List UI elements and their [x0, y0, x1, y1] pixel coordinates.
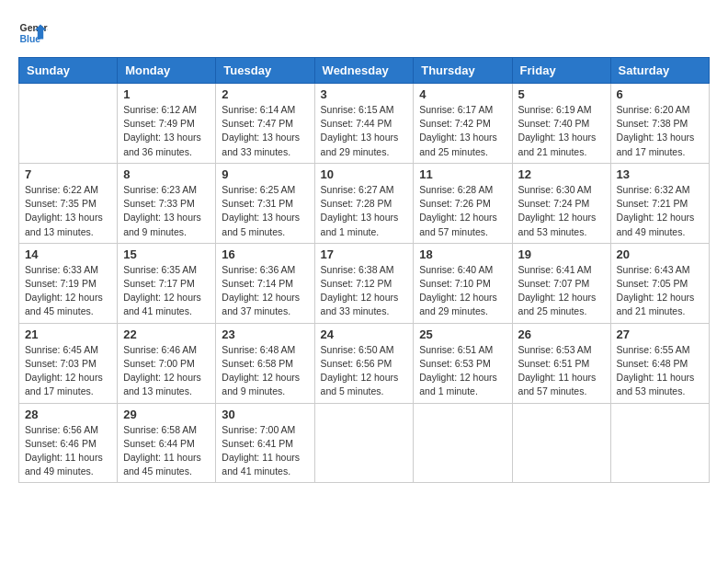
day-cell: 17Sunrise: 6:38 AM Sunset: 7:12 PM Dayli…: [314, 243, 414, 323]
logo: General Blue: [18, 18, 48, 48]
day-number: 13: [617, 167, 703, 181]
day-cell: 4Sunrise: 6:17 AM Sunset: 7:42 PM Daylig…: [414, 84, 512, 164]
day-number: 12: [518, 167, 605, 181]
day-cell: [414, 403, 512, 483]
day-cell: 6Sunrise: 6:20 AM Sunset: 7:38 PM Daylig…: [610, 84, 709, 164]
day-number: 18: [419, 247, 506, 261]
day-number: 23: [222, 327, 308, 341]
day-info: Sunrise: 6:53 AM Sunset: 6:51 PM Dayligh…: [518, 343, 605, 399]
day-info: Sunrise: 6:46 AM Sunset: 7:00 PM Dayligh…: [123, 343, 210, 399]
day-info: Sunrise: 6:35 AM Sunset: 7:17 PM Dayligh…: [123, 263, 210, 319]
page-header: General Blue: [18, 18, 710, 48]
day-info: Sunrise: 6:51 AM Sunset: 6:53 PM Dayligh…: [419, 343, 506, 399]
week-row-5: 28Sunrise: 6:56 AM Sunset: 6:46 PM Dayli…: [19, 403, 710, 483]
day-info: Sunrise: 6:25 AM Sunset: 7:31 PM Dayligh…: [222, 183, 308, 239]
weekday-header-tuesday: Tuesday: [216, 58, 314, 84]
day-number: 11: [419, 167, 506, 181]
day-cell: [314, 403, 414, 483]
day-number: 27: [617, 327, 703, 341]
day-number: 30: [222, 408, 308, 421]
day-number: 10: [321, 167, 408, 181]
day-info: Sunrise: 6:14 AM Sunset: 7:47 PM Dayligh…: [222, 103, 308, 159]
day-cell: 25Sunrise: 6:51 AM Sunset: 6:53 PM Dayli…: [414, 323, 512, 403]
day-number: 22: [123, 327, 210, 341]
day-cell: 9Sunrise: 6:25 AM Sunset: 7:31 PM Daylig…: [216, 163, 314, 243]
day-info: Sunrise: 6:38 AM Sunset: 7:12 PM Dayligh…: [321, 263, 408, 319]
week-row-1: 1Sunrise: 6:12 AM Sunset: 7:49 PM Daylig…: [19, 84, 710, 164]
calendar-table: SundayMondayTuesdayWednesdayThursdayFrid…: [18, 57, 710, 483]
day-number: 8: [123, 167, 210, 181]
day-number: 15: [123, 247, 210, 261]
day-number: 19: [518, 247, 605, 261]
day-info: Sunrise: 6:40 AM Sunset: 7:10 PM Dayligh…: [419, 263, 506, 319]
day-cell: [610, 403, 709, 483]
day-cell: 7Sunrise: 6:22 AM Sunset: 7:35 PM Daylig…: [19, 163, 118, 243]
day-number: 6: [617, 87, 703, 101]
day-cell: [19, 84, 118, 164]
day-info: Sunrise: 6:56 AM Sunset: 6:46 PM Dayligh…: [25, 423, 111, 479]
day-cell: 1Sunrise: 6:12 AM Sunset: 7:49 PM Daylig…: [118, 84, 216, 164]
day-cell: 8Sunrise: 6:23 AM Sunset: 7:33 PM Daylig…: [118, 163, 216, 243]
day-cell: 14Sunrise: 6:33 AM Sunset: 7:19 PM Dayli…: [19, 243, 118, 323]
weekday-header-thursday: Thursday: [414, 58, 512, 84]
day-cell: 3Sunrise: 6:15 AM Sunset: 7:44 PM Daylig…: [314, 84, 414, 164]
day-cell: 24Sunrise: 6:50 AM Sunset: 6:56 PM Dayli…: [314, 323, 414, 403]
day-cell: 11Sunrise: 6:28 AM Sunset: 7:26 PM Dayli…: [414, 163, 512, 243]
day-info: Sunrise: 6:32 AM Sunset: 7:21 PM Dayligh…: [617, 183, 703, 239]
day-cell: 2Sunrise: 6:14 AM Sunset: 7:47 PM Daylig…: [216, 84, 314, 164]
day-info: Sunrise: 6:27 AM Sunset: 7:28 PM Dayligh…: [321, 183, 408, 239]
day-cell: 18Sunrise: 6:40 AM Sunset: 7:10 PM Dayli…: [414, 243, 512, 323]
weekday-header-friday: Friday: [512, 58, 610, 84]
day-info: Sunrise: 6:20 AM Sunset: 7:38 PM Dayligh…: [617, 103, 703, 159]
weekday-header-sunday: Sunday: [19, 58, 118, 84]
day-cell: 12Sunrise: 6:30 AM Sunset: 7:24 PM Dayli…: [512, 163, 610, 243]
week-row-3: 14Sunrise: 6:33 AM Sunset: 7:19 PM Dayli…: [19, 243, 710, 323]
week-row-2: 7Sunrise: 6:22 AM Sunset: 7:35 PM Daylig…: [19, 163, 710, 243]
week-row-4: 21Sunrise: 6:45 AM Sunset: 7:03 PM Dayli…: [19, 323, 710, 403]
day-cell: 20Sunrise: 6:43 AM Sunset: 7:05 PM Dayli…: [610, 243, 709, 323]
weekday-header-saturday: Saturday: [610, 58, 709, 84]
day-number: 4: [419, 87, 506, 101]
day-info: Sunrise: 6:41 AM Sunset: 7:07 PM Dayligh…: [518, 263, 605, 319]
day-cell: 30Sunrise: 7:00 AM Sunset: 6:41 PM Dayli…: [216, 403, 314, 483]
day-info: Sunrise: 6:48 AM Sunset: 6:58 PM Dayligh…: [222, 343, 308, 399]
day-number: 3: [321, 87, 408, 101]
day-number: 2: [222, 87, 308, 101]
day-info: Sunrise: 6:36 AM Sunset: 7:14 PM Dayligh…: [222, 263, 308, 319]
day-info: Sunrise: 6:33 AM Sunset: 7:19 PM Dayligh…: [25, 263, 111, 319]
day-info: Sunrise: 6:50 AM Sunset: 6:56 PM Dayligh…: [321, 343, 408, 399]
day-number: 16: [222, 247, 308, 261]
logo-icon: General Blue: [18, 18, 48, 48]
day-info: Sunrise: 6:55 AM Sunset: 6:48 PM Dayligh…: [617, 343, 703, 399]
day-cell: 15Sunrise: 6:35 AM Sunset: 7:17 PM Dayli…: [118, 243, 216, 323]
day-info: Sunrise: 6:43 AM Sunset: 7:05 PM Dayligh…: [617, 263, 703, 319]
day-number: 26: [518, 327, 605, 341]
day-number: 20: [617, 247, 703, 261]
day-number: 25: [419, 327, 506, 341]
weekday-header-wednesday: Wednesday: [314, 58, 414, 84]
day-number: 24: [321, 327, 408, 341]
day-info: Sunrise: 6:30 AM Sunset: 7:24 PM Dayligh…: [518, 183, 605, 239]
day-number: 9: [222, 167, 308, 181]
day-number: 17: [321, 247, 408, 261]
day-cell: 19Sunrise: 6:41 AM Sunset: 7:07 PM Dayli…: [512, 243, 610, 323]
day-cell: 13Sunrise: 6:32 AM Sunset: 7:21 PM Dayli…: [610, 163, 709, 243]
day-cell: 23Sunrise: 6:48 AM Sunset: 6:58 PM Dayli…: [216, 323, 314, 403]
day-info: Sunrise: 6:23 AM Sunset: 7:33 PM Dayligh…: [123, 183, 210, 239]
day-info: Sunrise: 6:45 AM Sunset: 7:03 PM Dayligh…: [25, 343, 111, 399]
day-number: 1: [123, 87, 210, 101]
day-cell: 29Sunrise: 6:58 AM Sunset: 6:44 PM Dayli…: [118, 403, 216, 483]
day-cell: 21Sunrise: 6:45 AM Sunset: 7:03 PM Dayli…: [19, 323, 118, 403]
day-number: 21: [25, 327, 111, 341]
weekday-header-row: SundayMondayTuesdayWednesdayThursdayFrid…: [19, 58, 710, 84]
day-number: 5: [518, 87, 605, 101]
day-cell: [512, 403, 610, 483]
day-cell: 5Sunrise: 6:19 AM Sunset: 7:40 PM Daylig…: [512, 84, 610, 164]
day-number: 28: [25, 408, 111, 421]
day-info: Sunrise: 6:28 AM Sunset: 7:26 PM Dayligh…: [419, 183, 506, 239]
day-number: 29: [123, 408, 210, 421]
day-cell: 22Sunrise: 6:46 AM Sunset: 7:00 PM Dayli…: [118, 323, 216, 403]
day-info: Sunrise: 6:12 AM Sunset: 7:49 PM Dayligh…: [123, 103, 210, 159]
day-cell: 28Sunrise: 6:56 AM Sunset: 6:46 PM Dayli…: [19, 403, 118, 483]
day-cell: 27Sunrise: 6:55 AM Sunset: 6:48 PM Dayli…: [610, 323, 709, 403]
